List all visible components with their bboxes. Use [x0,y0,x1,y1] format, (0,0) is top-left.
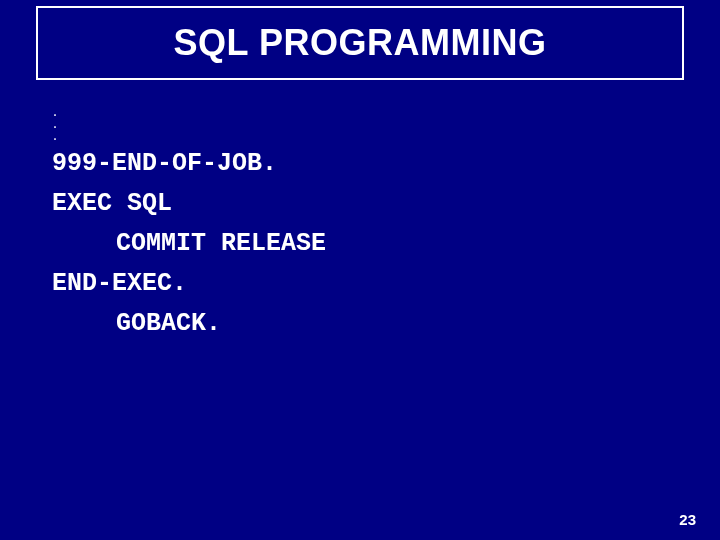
slide: SQL PROGRAMMING . . . 999-END-OF-JOB. EX… [0,0,720,540]
ellipsis-dot: . [52,120,680,132]
code-line: EXEC SQL [52,184,680,224]
code-line: GOBACK. [52,304,680,344]
code-line: 999-END-OF-JOB. [52,144,680,184]
ellipsis-dot: . [52,132,680,144]
code-line: END-EXEC. [52,264,680,304]
slide-title: SQL PROGRAMMING [174,22,547,64]
title-box: SQL PROGRAMMING [36,6,684,80]
ellipsis-dot: . [52,108,680,120]
code-block: . . . 999-END-OF-JOB. EXEC SQL COMMIT RE… [52,108,680,344]
page-number: 23 [679,511,696,528]
code-line: COMMIT RELEASE [52,224,680,264]
